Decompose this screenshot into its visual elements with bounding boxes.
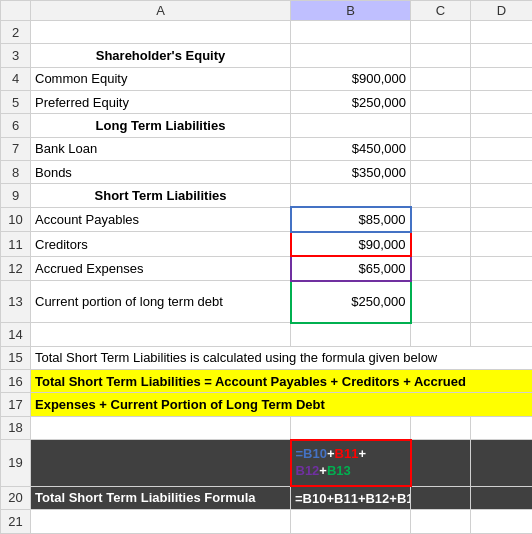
cell-b10[interactable]: $85,000 — [291, 207, 411, 232]
cell-a8[interactable]: Bonds — [31, 161, 291, 184]
row-num-15: 15 — [1, 346, 31, 369]
cell-d10[interactable] — [471, 207, 533, 232]
cell-a7[interactable]: Bank Loan — [31, 137, 291, 160]
cell-d11[interactable] — [471, 232, 533, 257]
cell-a17-formula-text-cont: Expenses + Current Portion of Long Term … — [31, 393, 533, 416]
row-num-6: 6 — [1, 114, 31, 137]
row-num-5: 5 — [1, 91, 31, 114]
cell-c9[interactable] — [411, 184, 471, 207]
formula-b10: =B10 — [296, 446, 327, 461]
cell-c14[interactable] — [411, 323, 471, 346]
cell-a10[interactable]: Account Payables — [31, 207, 291, 232]
row-num-10: 10 — [1, 207, 31, 232]
cell-c19[interactable] — [411, 440, 471, 486]
cell-a11[interactable]: Creditors — [31, 232, 291, 257]
cell-c21[interactable] — [411, 510, 471, 534]
formula-b12: B12 — [296, 463, 320, 478]
cell-c13[interactable] — [411, 281, 471, 323]
cell-d21[interactable] — [471, 510, 533, 534]
row-num-2: 2 — [1, 21, 31, 44]
row-num-9: 9 — [1, 184, 31, 207]
row-num-21: 21 — [1, 510, 31, 534]
cell-b19-formula[interactable]: =B10+B11+B12+B13 — [291, 440, 411, 486]
cell-c10[interactable] — [411, 207, 471, 232]
cell-b20[interactable]: =B10+B11+B12+B13 — [291, 486, 411, 510]
cell-b7[interactable]: $450,000 — [291, 137, 411, 160]
formula-b11: B11 — [335, 446, 359, 461]
cell-d20[interactable] — [471, 486, 533, 510]
cell-a3[interactable]: Shareholder's Equity — [31, 44, 291, 67]
row-num-8: 8 — [1, 161, 31, 184]
cell-d3[interactable] — [471, 44, 533, 67]
cell-d14[interactable] — [471, 323, 533, 346]
row-num-14: 14 — [1, 323, 31, 346]
cell-b13[interactable]: $250,000 — [291, 281, 411, 323]
cell-a2[interactable] — [31, 21, 291, 44]
row-num-12: 12 — [1, 256, 31, 281]
cell-a5[interactable]: Preferred Equity — [31, 91, 291, 114]
corner-cell — [1, 1, 31, 21]
col-header-d[interactable]: D — [471, 1, 533, 21]
cell-c20[interactable] — [411, 486, 471, 510]
cell-b12[interactable]: $65,000 — [291, 256, 411, 281]
cell-c11[interactable] — [411, 232, 471, 257]
cell-c4[interactable] — [411, 67, 471, 90]
cell-c3[interactable] — [411, 44, 471, 67]
cell-c2[interactable] — [411, 21, 471, 44]
cell-b4[interactable]: $900,000 — [291, 67, 411, 90]
cell-d8[interactable] — [471, 161, 533, 184]
cell-a18[interactable] — [31, 416, 291, 439]
row-num-20: 20 — [1, 486, 31, 510]
cell-a9[interactable]: Short Term Liabilities — [31, 184, 291, 207]
cell-c18[interactable] — [411, 416, 471, 439]
cell-a15-explanation: Total Short Term Liabilities is calculat… — [31, 346, 533, 369]
cell-b9[interactable] — [291, 184, 411, 207]
row-num-16: 16 — [1, 370, 31, 393]
row-num-17: 17 — [1, 393, 31, 416]
row-num-7: 7 — [1, 137, 31, 160]
cell-b2[interactable] — [291, 21, 411, 44]
spreadsheet: A B C D 2 3 Shareholder's Equity 4 Commo… — [0, 0, 532, 534]
cell-a6[interactable]: Long Term Liabilities — [31, 114, 291, 137]
cell-c7[interactable] — [411, 137, 471, 160]
cell-b6[interactable] — [291, 114, 411, 137]
cell-d2[interactable] — [471, 21, 533, 44]
cell-d9[interactable] — [471, 184, 533, 207]
formula-plus2: + — [358, 446, 366, 461]
cell-a13[interactable]: Current portion of long term debt — [31, 281, 291, 323]
cell-d18[interactable] — [471, 416, 533, 439]
cell-d4[interactable] — [471, 67, 533, 90]
cell-d5[interactable] — [471, 91, 533, 114]
cell-d7[interactable] — [471, 137, 533, 160]
cell-b14[interactable] — [291, 323, 411, 346]
cell-a12[interactable]: Accrued Expenses — [31, 256, 291, 281]
cell-a16-formula-text: Total Short Term Liabilities = Account P… — [31, 370, 533, 393]
cell-c12[interactable] — [411, 256, 471, 281]
cell-a14[interactable] — [31, 323, 291, 346]
col-header-a[interactable]: A — [31, 1, 291, 21]
cell-b21[interactable] — [291, 510, 411, 534]
cell-b5[interactable]: $250,000 — [291, 91, 411, 114]
cell-a21[interactable] — [31, 510, 291, 534]
row-num-19: 19 — [1, 440, 31, 486]
cell-c5[interactable] — [411, 91, 471, 114]
cell-a19[interactable] — [31, 440, 291, 486]
cell-b8[interactable]: $350,000 — [291, 161, 411, 184]
row-num-3: 3 — [1, 44, 31, 67]
col-header-b[interactable]: B — [291, 1, 411, 21]
formula-plus3: + — [319, 463, 327, 478]
cell-a4[interactable]: Common Equity — [31, 67, 291, 90]
cell-b3[interactable] — [291, 44, 411, 67]
cell-c8[interactable] — [411, 161, 471, 184]
cell-d6[interactable] — [471, 114, 533, 137]
cell-c6[interactable] — [411, 114, 471, 137]
cell-a20[interactable]: Total Short Term Liabilities Formula — [31, 486, 291, 510]
cell-d12[interactable] — [471, 256, 533, 281]
cell-b11[interactable]: $90,000 — [291, 232, 411, 257]
cell-d19[interactable] — [471, 440, 533, 486]
cell-d13[interactable] — [471, 281, 533, 323]
col-header-c[interactable]: C — [411, 1, 471, 21]
cell-b18[interactable] — [291, 416, 411, 439]
row-num-4: 4 — [1, 67, 31, 90]
formula-plus1: + — [327, 446, 335, 461]
